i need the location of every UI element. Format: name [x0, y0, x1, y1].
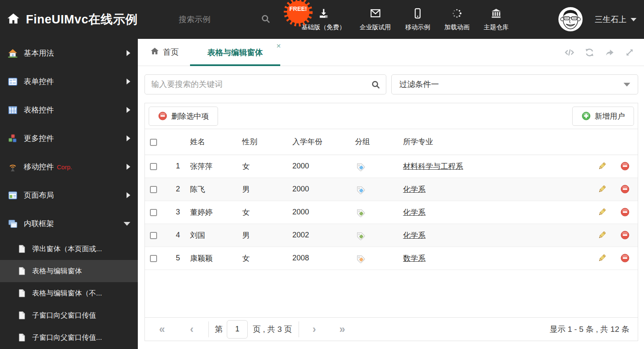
sidebar-item-more-controls[interactable]: 更多控件 [0, 124, 138, 153]
user-menu[interactable]: 三生石上 [595, 0, 636, 39]
top-header: FineUIMvc在线示例 FREE! 基础版（免费） [0, 0, 644, 39]
tab-home[interactable]: 首页 [150, 39, 179, 66]
search-icon[interactable] [371, 80, 380, 89]
cell-name: 董婷婷 [185, 201, 237, 224]
last-page-button[interactable]: » [340, 324, 345, 334]
column-header-group: 分组 [350, 129, 398, 155]
delete-selected-button[interactable]: 删除选中项 [149, 107, 218, 126]
pencil-icon[interactable] [597, 253, 607, 263]
users-table: 姓名 性别 入学年份 分组 所学专业 1 张萍萍 女 2000 [145, 129, 638, 270]
major-link[interactable]: 化学系 [403, 185, 426, 194]
next-page-button[interactable]: › [312, 324, 316, 334]
pencil-icon[interactable] [597, 161, 607, 171]
table-row: 5 康颖颖 女 2008 数学系 [145, 247, 638, 270]
close-icon[interactable]: ✕ [276, 43, 281, 49]
home-icon [7, 12, 20, 27]
layout-icon [8, 190, 18, 201]
caret-down-icon [631, 18, 636, 21]
tab-grid-edit-window[interactable]: 表格与编辑窗体 ✕ [190, 39, 280, 66]
row-checkbox[interactable] [150, 186, 157, 193]
row-checkbox[interactable] [150, 232, 157, 239]
delete-icon[interactable] [620, 161, 630, 171]
sidebar-subitem-popup-window[interactable]: 弹出窗体（本页面或... [0, 238, 138, 260]
sidebar-item-basic-usage[interactable]: 基本用法 [0, 39, 138, 67]
delete-icon[interactable] [620, 230, 630, 240]
nav-enterprise-trial[interactable]: 企业版试用 [360, 8, 391, 31]
page-number-input[interactable] [227, 320, 248, 339]
keyword-search [145, 74, 386, 94]
table-row: 3 董婷婷 女 2000 化学系 [145, 201, 638, 224]
row-number: 3 [167, 201, 185, 224]
nav-label: 移动示例 [405, 23, 430, 31]
expand-icon[interactable] [624, 47, 635, 58]
sidebar-subitem-child-to-parent-2[interactable]: 子窗口向父窗口传值... [0, 326, 138, 349]
search-icon[interactable] [261, 14, 271, 25]
major-link[interactable]: 数学系 [403, 254, 426, 262]
tab-label: 表格与编辑窗体 [190, 39, 280, 66]
sidebar-subitem-label: 表格与编辑窗体 [32, 266, 82, 276]
delete-icon[interactable] [620, 253, 630, 263]
avatar[interactable] [558, 7, 583, 31]
button-label: 删除选中项 [171, 111, 209, 121]
grid-panel: 删除选中项 新增用户 姓名 性别 [145, 103, 638, 341]
header-search-input[interactable] [179, 15, 233, 24]
pagination-bar: « ‹ 第 页 , 共 3 页 › » 显示 1 - 5 条 , 共 12 条 [145, 317, 638, 341]
nav-theme-repository[interactable]: 主题仓库 [484, 8, 509, 31]
pencil-icon[interactable] [597, 230, 607, 240]
share-icon[interactable] [604, 47, 615, 58]
bank-icon [490, 8, 502, 20]
filter-dropdown[interactable]: 过滤条件一 [391, 74, 638, 94]
sidebar-subitem-label: 子窗口向父窗口传值... [32, 333, 102, 342]
user-name: 三生石上 [595, 14, 626, 25]
cubes-icon [8, 133, 18, 144]
pager-divider [299, 321, 299, 337]
sidebar-item-grid-controls[interactable]: 表格控件 [0, 96, 138, 124]
mobile-icon [412, 8, 423, 20]
page-icon [18, 245, 26, 253]
keyword-search-input[interactable] [145, 75, 386, 94]
pencil-icon[interactable] [597, 184, 607, 194]
nav-mobile-examples[interactable]: 移动示例 [405, 8, 430, 31]
major-link[interactable]: 材料科学与工程系 [403, 162, 463, 171]
pencil-icon[interactable] [597, 207, 607, 217]
frames-icon [8, 219, 18, 229]
first-page-button[interactable]: « [159, 324, 165, 334]
sidebar-subitem-grid-edit-window[interactable]: 表格与编辑窗体 [0, 260, 138, 282]
row-checkbox[interactable] [150, 163, 157, 170]
column-header-major: 所学专业 [398, 129, 592, 155]
table-row: 2 陈飞 男 2000 化学系 [145, 178, 638, 201]
refresh-icon[interactable] [584, 47, 595, 58]
sidebar-item-form-controls[interactable]: 表单控件 [0, 67, 138, 96]
row-number: 5 [167, 247, 185, 270]
code-icon[interactable] [564, 47, 575, 58]
page-suffix-label: 页 , 共 3 页 [253, 324, 292, 335]
row-checkbox[interactable] [150, 209, 157, 216]
major-link[interactable]: 化学系 [403, 231, 426, 239]
row-checkbox[interactable] [150, 255, 157, 262]
tag-icon [355, 230, 365, 240]
prev-page-button[interactable]: ‹ [190, 324, 193, 334]
major-link[interactable]: 化学系 [403, 208, 426, 217]
cell-year: 2000 [287, 178, 350, 201]
sidebar-subitem-child-to-parent[interactable]: 子窗口向父窗口传值 [0, 304, 138, 326]
sidebar-subitem-label: 表格与编辑窗体（不... [32, 288, 102, 298]
delete-icon[interactable] [620, 184, 630, 194]
form-icon [8, 76, 18, 87]
sidebar-item-page-layout[interactable]: 页面布局 [0, 181, 138, 209]
select-all-checkbox[interactable] [150, 139, 157, 146]
sidebar-subitem-grid-edit-window-2[interactable]: 表格与编辑窗体（不... [0, 282, 138, 304]
table-header-row: 姓名 性别 入学年份 分组 所学专业 [145, 129, 638, 155]
header-search [179, 0, 271, 39]
brand[interactable]: FineUIMvc在线示例 [7, 0, 138, 39]
sidebar-item-label: 表单控件 [24, 76, 54, 87]
chevron-right-icon [127, 164, 130, 170]
cell-name: 张萍萍 [185, 155, 237, 178]
page-prefix-label: 第 [215, 324, 223, 335]
delete-icon[interactable] [620, 207, 630, 217]
header-nav: 基础版（免费） 企业版试用 移动示例 [302, 0, 509, 39]
add-user-button[interactable]: 新增用户 [572, 107, 634, 126]
nav-loading-animations[interactable]: 加载动画 [444, 8, 469, 31]
filter-row: 过滤条件一 [145, 74, 638, 94]
sidebar-item-iframe[interactable]: 内联框架 [0, 209, 138, 238]
sidebar-item-mobile-controls[interactable]: 移动控件 Corp. [0, 153, 138, 181]
